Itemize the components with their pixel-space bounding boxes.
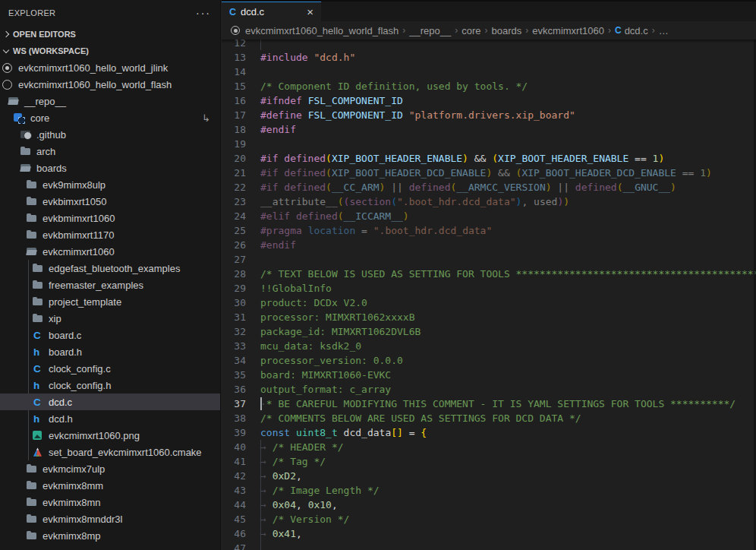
code-line-19[interactable]: 19 (222, 137, 756, 151)
tree-item-evkmimx8mnddr3l[interactable]: evkmimx8mnddr3l (0, 510, 220, 527)
h-icon: h (32, 346, 44, 358)
tree-item-arch[interactable]: arch (0, 143, 220, 160)
tab-dcd-c[interactable]: C dcd.c × (222, 2, 321, 21)
code-line-46[interactable]: 46→ 0x41, (222, 526, 756, 541)
c-file-icon: C (615, 25, 622, 36)
code-line-32[interactable]: 32package_id: MIMXRT1062DVL6B (222, 324, 756, 339)
tree-item-label: clock_config.h (49, 380, 111, 391)
code-line-26[interactable]: 26#endif (222, 238, 756, 252)
tree-item-label: edgefast_bluetooth_examples (49, 263, 180, 274)
code-editor[interactable]: 1213#include "dcd.h"1415/* Component ID … (222, 40, 756, 550)
close-icon[interactable]: × (307, 8, 313, 17)
more-actions-icon[interactable]: ··· (196, 9, 211, 17)
breadcrumb-item-…[interactable]: … (659, 25, 669, 36)
core-icon (14, 112, 26, 124)
tree-item-clock_config.h[interactable]: hclock_config.h (0, 377, 220, 394)
code-line-24[interactable]: 24#elif defined(__ICCARM__) (222, 209, 756, 223)
code-line-16[interactable]: 16#ifndef FSL_COMPONENT_ID (222, 93, 756, 108)
code-line-14[interactable]: 14 (222, 65, 756, 79)
tree-item-evkbimxrt1050[interactable]: evkbimxrt1050 (0, 193, 220, 210)
breadcrumb-item-__repo__[interactable]: __repo__ (409, 25, 451, 36)
tree-item-xip[interactable]: xip (0, 310, 220, 327)
code-line-36[interactable]: 36output_format: c_array (222, 382, 756, 397)
section-workspace[interactable]: WS (WORKSPACE) (0, 43, 220, 59)
line-number: 47 (222, 541, 254, 550)
code-line-45[interactable]: 45→ /* Version */ (222, 512, 756, 526)
code-line-47[interactable]: 47 (222, 541, 756, 550)
breadcrumb-item-core[interactable]: core (461, 25, 480, 36)
code-line-29[interactable]: 29!!GlobalInfo (222, 281, 756, 296)
code-line-27[interactable]: 27 (222, 252, 756, 267)
tree-item-evkcmimxrt1060_hello_world_jlink[interactable]: evkcmimxrt1060_hello_world_jlink (0, 59, 220, 76)
tree-item-label: evkmimx8mn (43, 497, 101, 508)
tree-item-evkcmimxrt1060.png[interactable]: evkcmimxrt1060.png (0, 427, 220, 444)
file-tree: evkcmimxrt1060_hello_world_jlinkevkcmimx… (0, 59, 220, 544)
tree-item-evkmimx8mp[interactable]: evkmimx8mp (0, 527, 220, 544)
code-line-40[interactable]: 40→ /* HEADER */ (222, 440, 756, 454)
breadcrumb-separator: › (521, 25, 532, 36)
code-line-content: mcu_data: ksdk2_0 (254, 339, 756, 353)
tree-item-boards[interactable]: boards (0, 160, 220, 176)
folder-open-icon (26, 245, 38, 258)
tree-item-core[interactable]: core↳ (0, 109, 220, 126)
tree-item-set_board_evkcmimxrt1060.cmake[interactable]: set_board_evkcmimxrt1060.cmake (0, 444, 220, 460)
tree-item-label: core (30, 112, 49, 124)
tree-item-clock_config.c[interactable]: Cclock_config.c (0, 360, 220, 377)
code-line-39[interactable]: 39const uint8_t dcd_data[] = { (222, 425, 756, 440)
code-line-12[interactable]: 12 (222, 40, 756, 50)
code-line-21[interactable]: 21#if defined(XIP_BOOT_HEADER_DCD_ENABLE… (222, 166, 756, 180)
code-line-20[interactable]: 20#if defined(XIP_BOOT_HEADER_ENABLE) &&… (222, 151, 756, 166)
code-line-28[interactable]: 28/* TEXT BELOW IS USED AS SETTING FOR T… (222, 267, 756, 281)
section-open-editors[interactable]: OPEN EDITORS (0, 26, 220, 43)
tree-item-evkmcimx7ulp[interactable]: evkmcimx7ulp (0, 460, 220, 477)
code-line-44[interactable]: 44→ 0x04, 0x10, (222, 498, 756, 512)
tree-item-dcd.h[interactable]: hdcd.h (0, 410, 220, 427)
code-line-33[interactable]: 33mcu_data: ksdk2_0 (222, 339, 756, 353)
tree-item-dcd.c[interactable]: Cdcd.c (0, 394, 220, 410)
tree-item-evkmimx8mn[interactable]: evkmimx8mn (0, 494, 220, 510)
line-number: 44 (222, 498, 254, 512)
tree-item-project_template[interactable]: project_template (0, 293, 220, 310)
code-line-35[interactable]: 35board: MIMXRT1060-EVKC (222, 368, 756, 382)
tree-item-evkmimx8mm[interactable]: evkmimx8mm (0, 477, 220, 494)
code-line-22[interactable]: 22#if defined(__CC_ARM) || defined(__ARM… (222, 180, 756, 194)
tree-item-evk9mimx8ulp[interactable]: evk9mimx8ulp (0, 176, 220, 193)
breadcrumb-item-evkcmimxrt1060[interactable]: evkcmimxrt1060 (532, 25, 604, 36)
code-line-25[interactable]: 25#pragma location = ".boot_hdr.dcd_data… (222, 223, 756, 238)
code-line-31[interactable]: 31processor: MIMXRT1062xxxxB (222, 310, 756, 324)
folder-icon (20, 145, 32, 157)
code-line-content: → 0x04, 0x10, (254, 498, 756, 512)
tree-item-evkbmimxrt1170[interactable]: evkbmimxrt1170 (0, 226, 220, 243)
tree-item-label: dcd.h (49, 413, 73, 425)
breadcrumb-item-dcd.c[interactable]: Cdcd.c (615, 25, 648, 36)
breadcrumb-label: … (659, 25, 669, 36)
tree-item-evkcmimxrt1060_hello_world_flash[interactable]: evkcmimxrt1060_hello_world_flash (0, 76, 220, 93)
tree-item-evkcmimxrt1060[interactable]: evkcmimxrt1060 (0, 243, 220, 260)
code-line-18[interactable]: 18#endif (222, 122, 756, 137)
code-line-30[interactable]: 30product: DCDx V2.0 (222, 296, 756, 310)
code-line-15[interactable]: 15/* Component ID definition, used by to… (222, 79, 756, 93)
tree-item-board.c[interactable]: Cboard.c (0, 327, 220, 343)
breadcrumb-item-evkcmimxrt1060_hello_world_flash[interactable]: evkcmimxrt1060_hello_world_flash (230, 25, 398, 36)
code-line-38[interactable]: 38/* COMMENTS BELOW ARE USED AS SETTINGS… (222, 411, 756, 425)
tree-item-freemaster_examples[interactable]: freemaster_examples (0, 277, 220, 293)
tree-item-board.h[interactable]: hboard.h (0, 343, 220, 360)
code-line-43[interactable]: 43→ /* Image Length */ (222, 483, 756, 498)
code-line-41[interactable]: 41→ /* Tag */ (222, 454, 756, 469)
code-line-42[interactable]: 42→ 0xD2, (222, 469, 756, 483)
code-line-content: #endif (254, 122, 756, 137)
code-line-17[interactable]: 17#define FSL_COMPONENT_ID "platform.dri… (222, 108, 756, 122)
code-line-37[interactable]: 37·* BE CAREFUL MODIFYING THIS COMMENT -… (222, 397, 756, 411)
folder-icon (26, 229, 38, 241)
code-line-34[interactable]: 34processor_version: 0.0.0 (222, 353, 756, 368)
tree-item-edgefast_bluetooth_examples[interactable]: edgefast_bluetooth_examples (0, 260, 220, 277)
code-line-23[interactable]: 23__attribute__((section(".boot_hdr.dcd_… (222, 194, 756, 209)
tree-item-evkbmimxrt1060[interactable]: evkbmimxrt1060 (0, 210, 220, 226)
code-line-13[interactable]: 13#include "dcd.h" (222, 50, 756, 65)
code-line-content: #if defined(XIP_BOOT_HEADER_DCD_ENABLE) … (254, 166, 756, 180)
line-number: 13 (222, 50, 254, 65)
tree-item-label: boards (36, 163, 67, 174)
tree-item-__repo__[interactable]: __repo__ (0, 93, 220, 109)
breadcrumb-item-boards[interactable]: boards (492, 25, 522, 36)
tree-item-.github[interactable]: .github (0, 126, 220, 143)
